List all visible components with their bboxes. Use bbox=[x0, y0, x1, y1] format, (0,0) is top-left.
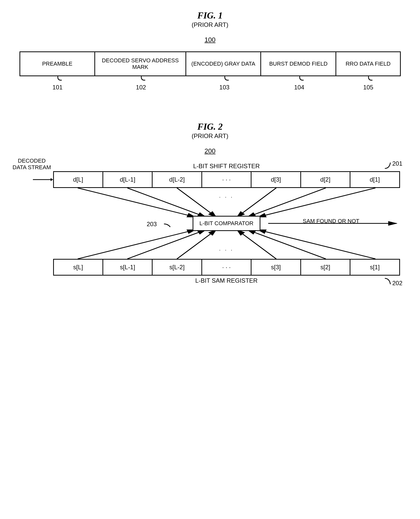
fig2-diagram: DECODED DATA STREAM L-BIT SHIFT REGISTER… bbox=[20, 163, 400, 284]
figure-1: FIG. 1 (PRIOR ART) 100 PREAMBLE DECODED … bbox=[10, 10, 410, 91]
comparator-ref: 203 bbox=[147, 221, 157, 228]
dots-top: · · · bbox=[219, 194, 234, 200]
fig2-subtitle: (PRIOR ART) bbox=[10, 132, 410, 140]
figure-2: FIG. 2 (PRIOR ART) 200 DECODED DATA STRE… bbox=[10, 121, 410, 284]
svg-line-4 bbox=[127, 188, 206, 217]
svg-line-12 bbox=[237, 230, 276, 259]
curve-201 bbox=[385, 161, 392, 169]
input-label: DECODED DATA STREAM bbox=[13, 158, 51, 171]
ref-201: 201 bbox=[392, 160, 402, 167]
fig1-table: PREAMBLE DECODED SERVO ADDRESS MARK (ENC… bbox=[19, 51, 401, 76]
svg-line-6 bbox=[237, 188, 276, 217]
bot-cell-2: s[L-2] bbox=[153, 260, 202, 275]
svg-line-5 bbox=[177, 188, 216, 217]
bot-cell-1: s[L-1] bbox=[103, 260, 153, 275]
top-cell-5: d[2] bbox=[301, 172, 350, 187]
top-cell-0: d[L] bbox=[54, 172, 103, 187]
svg-line-3 bbox=[78, 188, 195, 217]
bottom-register-label: L-BIT SAM REGISTER bbox=[53, 277, 400, 284]
svg-line-8 bbox=[258, 188, 375, 217]
svg-line-10 bbox=[127, 230, 206, 259]
fig1-ref: 100 bbox=[10, 36, 410, 44]
fig1-label-101: 101 bbox=[20, 76, 95, 91]
fig1-cell-gray: (ENCODED) GRAY DATA bbox=[186, 52, 261, 75]
top-cell-2: d[L-2] bbox=[153, 172, 202, 187]
fig1-label-105: 105 bbox=[337, 76, 400, 91]
fig1-label-104: 104 bbox=[262, 76, 337, 91]
top-register-label: L-BIT SHIFT REGISTER bbox=[53, 163, 400, 170]
fig1-cell-preamble: PREAMBLE bbox=[20, 52, 95, 75]
bot-cell-4: s[3] bbox=[251, 260, 301, 275]
svg-line-9 bbox=[78, 230, 195, 259]
fig1-cell-sam: DECODED SERVO ADDRESS MARK bbox=[95, 52, 186, 75]
dots-bottom: · · · bbox=[219, 247, 234, 253]
fig1-labels: 101 102 103 104 105 bbox=[20, 76, 400, 91]
top-cell-1: d[L-1] bbox=[103, 172, 153, 187]
fig1-title: FIG. 1 bbox=[10, 10, 410, 21]
fig1-label-102: 102 bbox=[95, 76, 187, 91]
bot-cell-0: s[L] bbox=[54, 260, 103, 275]
bot-cell-5: s[2] bbox=[301, 260, 350, 275]
fig1-subtitle: (PRIOR ART) bbox=[10, 21, 410, 28]
bottom-register: s[L] s[L-1] s[L-2] · · · s[3] s[2] s[1] bbox=[53, 259, 400, 276]
fig1-cell-rro: RRO DATA FIELD bbox=[336, 52, 400, 75]
top-cell-6: d[1] bbox=[350, 172, 399, 187]
comp-curve bbox=[164, 221, 172, 228]
curve-202 bbox=[385, 278, 392, 285]
bot-cell-3: · · · bbox=[202, 260, 251, 275]
svg-line-13 bbox=[247, 230, 326, 259]
top-cell-4: d[3] bbox=[251, 172, 301, 187]
fig2-title: FIG. 2 bbox=[10, 121, 410, 132]
top-register: d[L] d[L-1] d[L-2] · · · d[3] d[2] d[1] bbox=[53, 171, 400, 188]
svg-line-7 bbox=[247, 188, 326, 217]
fig1-label-103: 103 bbox=[187, 76, 262, 91]
svg-line-14 bbox=[258, 230, 375, 259]
fig2-ref: 200 bbox=[10, 147, 410, 155]
bot-cell-6: s[1] bbox=[350, 260, 399, 275]
svg-line-11 bbox=[177, 230, 216, 259]
input-arrow bbox=[33, 177, 53, 182]
ref-202: 202 bbox=[392, 280, 402, 287]
top-cell-3: · · · bbox=[202, 172, 251, 187]
fig1-cell-burst: BURST DEMOD FIELD bbox=[261, 52, 336, 75]
comparator-area: · · · · · · L-BIT COMPARATOR 203 SAM FOU… bbox=[53, 188, 400, 259]
comparator-box: L-BIT COMPARATOR bbox=[193, 216, 260, 231]
output-label: SAM FOUND OR NOT bbox=[303, 218, 360, 224]
svg-marker-1 bbox=[51, 178, 53, 181]
